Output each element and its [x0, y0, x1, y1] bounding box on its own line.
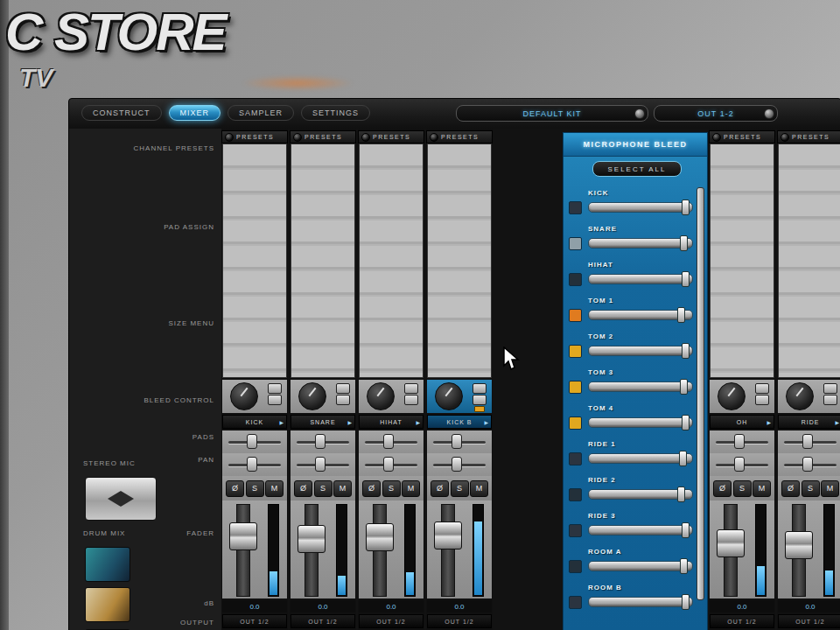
solo-button[interactable]: S: [733, 480, 752, 497]
tab-construct[interactable]: CONSTRUCT: [81, 105, 162, 121]
drum-mic-icon[interactable]: [569, 596, 582, 609]
bleed-slider-track[interactable]: [588, 202, 693, 213]
bleed-knob[interactable]: [718, 382, 746, 410]
fader-handle[interactable]: [366, 523, 394, 551]
bleed-slider-handle[interactable]: [677, 486, 685, 502]
solo-button[interactable]: S: [802, 480, 820, 497]
fader-handle[interactable]: [785, 531, 813, 559]
bleed-slider-track[interactable]: [588, 238, 693, 248]
phase-button[interactable]: Ø: [781, 480, 800, 497]
strip-mini-button-2[interactable]: [336, 395, 350, 405]
bleed-slider-track[interactable]: [588, 597, 693, 607]
presets-header[interactable]: PRESETS: [709, 130, 775, 144]
bleed-slider-handle[interactable]: [682, 343, 690, 359]
output-selector[interactable]: OUT 1/2: [427, 614, 492, 628]
strip-mini-button-1[interactable]: [268, 383, 282, 394]
bleed-slider-handle[interactable]: [682, 200, 690, 215]
mute-button[interactable]: M: [333, 480, 352, 497]
mute-button[interactable]: M: [470, 480, 488, 497]
preset-list[interactable]: [359, 144, 424, 378]
channel-name-selector[interactable]: SNARE ▶: [290, 415, 355, 429]
pads-slider-handle[interactable]: [802, 434, 813, 449]
stereo-mic-button[interactable]: [85, 477, 157, 521]
pads-slider-handle[interactable]: [383, 434, 394, 449]
kit-preset-dropdown[interactable]: DEFAULT KIT: [456, 105, 648, 122]
presets-header[interactable]: PRESETS: [777, 130, 840, 144]
bleed-slider-handle[interactable]: [680, 558, 688, 574]
kit-preset-knob-icon[interactable]: [634, 108, 645, 119]
solo-button[interactable]: S: [451, 480, 469, 497]
output-selector[interactable]: OUT 1/2: [710, 614, 774, 628]
solo-button[interactable]: S: [382, 480, 401, 497]
output-dropdown[interactable]: OUT 1-2: [654, 105, 778, 122]
bleed-slider-handle[interactable]: [682, 522, 690, 538]
strip-mini-button-1[interactable]: [823, 383, 837, 394]
drum-mic-icon[interactable]: [569, 452, 582, 466]
strip-mini-button-1[interactable]: [404, 383, 418, 394]
drum-mic-icon[interactable]: [569, 273, 582, 286]
mute-button[interactable]: M: [402, 480, 420, 497]
solo-button[interactable]: S: [246, 480, 264, 497]
bleed-knob[interactable]: [367, 382, 395, 410]
drum-mic-icon[interactable]: [569, 560, 582, 573]
pan-slider-handle[interactable]: [315, 457, 326, 472]
drum-mic-icon[interactable]: [569, 309, 582, 322]
bleed-scrollbar[interactable]: [696, 187, 704, 600]
output-knob-icon[interactable]: [764, 108, 774, 119]
strip-mini-button-1[interactable]: [472, 383, 486, 394]
bleed-slider-handle[interactable]: [680, 235, 688, 251]
channel-name-selector[interactable]: KICK B ▶: [427, 415, 492, 429]
preset-list[interactable]: [222, 144, 287, 378]
bleed-knob[interactable]: [230, 382, 258, 410]
phase-button[interactable]: Ø: [226, 480, 244, 497]
bleed-slider-track[interactable]: [588, 417, 693, 428]
fader-handle[interactable]: [717, 529, 745, 557]
strip-mini-button-2[interactable]: [755, 395, 769, 405]
tab-settings[interactable]: SETTINGS: [301, 105, 370, 121]
bleed-slider-track[interactable]: [588, 453, 693, 464]
mix-thumbnail-2[interactable]: [85, 587, 130, 622]
drum-mic-icon[interactable]: [569, 524, 582, 537]
bleed-slider-handle[interactable]: [677, 307, 685, 323]
pan-slider-handle[interactable]: [452, 457, 462, 472]
pan-slider-handle[interactable]: [247, 457, 257, 472]
strip-mini-button-2[interactable]: [268, 395, 282, 405]
mute-button[interactable]: M: [821, 480, 839, 497]
output-selector[interactable]: OUT 1/2: [778, 614, 840, 628]
phase-button[interactable]: Ø: [294, 480, 312, 497]
solo-button[interactable]: S: [314, 480, 332, 497]
bleed-slider-handle[interactable]: [682, 415, 690, 430]
bleed-slider-track[interactable]: [588, 525, 693, 536]
strip-mini-button-2[interactable]: [404, 395, 418, 405]
drum-mic-icon[interactable]: [569, 201, 582, 214]
bleed-slider-handle[interactable]: [682, 594, 690, 610]
phase-button[interactable]: Ø: [430, 480, 449, 497]
drum-mic-icon[interactable]: [569, 237, 582, 250]
channel-name-selector[interactable]: OH ▶: [710, 415, 774, 429]
pads-slider-handle[interactable]: [452, 434, 462, 449]
strip-mini-button-2[interactable]: [472, 395, 486, 405]
tab-mixer[interactable]: MIXER: [169, 105, 221, 121]
pan-slider-handle[interactable]: [734, 457, 745, 472]
channel-name-selector[interactable]: RIDE ▶: [778, 415, 840, 429]
mix-thumbnail-1[interactable]: [85, 547, 130, 582]
output-selector[interactable]: OUT 1/2: [222, 614, 287, 628]
bleed-knob[interactable]: [786, 382, 814, 410]
bleed-slider-track[interactable]: [588, 382, 693, 392]
presets-header[interactable]: PRESETS: [290, 130, 356, 144]
fader-handle[interactable]: [229, 522, 257, 550]
bleed-slider-track[interactable]: [588, 561, 693, 571]
pads-slider-handle[interactable]: [315, 434, 326, 449]
bleed-knob[interactable]: [435, 382, 463, 410]
output-selector[interactable]: OUT 1/2: [290, 614, 355, 628]
select-all-button[interactable]: SELECT ALL: [592, 161, 682, 177]
preset-list[interactable]: [778, 144, 840, 378]
preset-list[interactable]: [290, 144, 355, 378]
drum-mic-icon[interactable]: [569, 416, 582, 430]
pan-slider-handle[interactable]: [383, 457, 394, 472]
mute-button[interactable]: M: [752, 480, 771, 497]
channel-name-selector[interactable]: HIHAT ▶: [359, 415, 424, 429]
bleed-knob[interactable]: [298, 382, 326, 410]
strip-mini-button-2[interactable]: [823, 395, 837, 405]
drum-mic-icon[interactable]: [569, 381, 582, 394]
